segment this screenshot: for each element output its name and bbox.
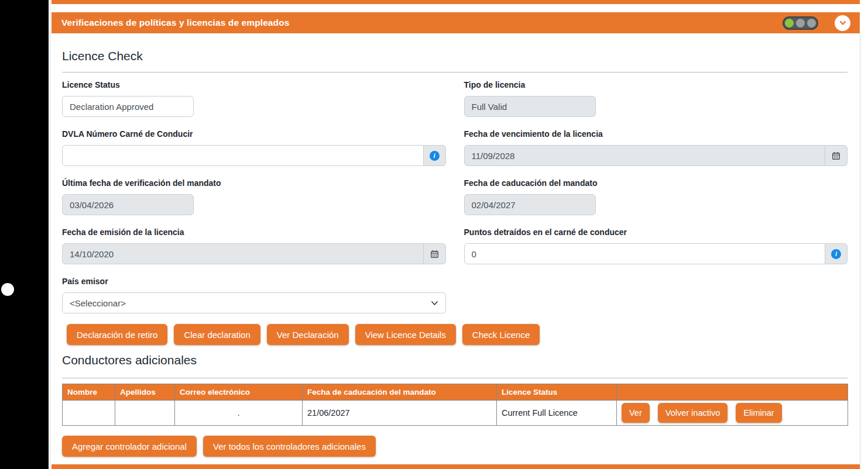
ver-button[interactable]: Ver bbox=[622, 403, 650, 423]
fecha-emision-input bbox=[62, 243, 424, 264]
traffic-light-green bbox=[785, 19, 794, 27]
licence-status-label: Licence Status bbox=[62, 80, 446, 89]
ultima-verificacion-label: Última fecha de verificación del mandato bbox=[62, 178, 446, 188]
additional-drivers-title: Conductores adicionales bbox=[62, 353, 848, 367]
cell-actions: Ver Volver inactivo Eliminar bbox=[617, 401, 848, 426]
traffic-light-indicator bbox=[783, 16, 818, 30]
dvla-info-addon[interactable]: i bbox=[424, 145, 446, 166]
field-caducacion-mandato: Fecha de caducación del mandato bbox=[464, 178, 848, 215]
caducacion-mandato-label: Fecha de caducación del mandato bbox=[464, 178, 848, 188]
licence-actions-row: Declaración de retiro Clear declaration … bbox=[67, 324, 848, 345]
main-panel: Verificaciones de políticas y licencias … bbox=[52, 0, 860, 469]
info-icon: i bbox=[831, 249, 841, 259]
agregar-controlador-button[interactable]: Agregar controlador adicional bbox=[62, 436, 197, 457]
field-pais-emisor: País emisor <Seleccionar> bbox=[62, 277, 446, 313]
eliminar-button[interactable]: Eliminar bbox=[736, 403, 781, 423]
previous-section-strip bbox=[52, 0, 860, 4]
tipo-licencia-label: Tipo de licencia bbox=[464, 80, 848, 89]
col-apellidos: Apellidos bbox=[115, 384, 175, 401]
cell-correo: . bbox=[175, 401, 303, 426]
fecha-vencimiento-label: Fecha de vencimiento de la licencia bbox=[464, 129, 848, 139]
fecha-vencimiento-calendar-addon bbox=[825, 145, 848, 166]
additional-drivers-table: Nombre Apellidos Correo electrónico Fech… bbox=[62, 384, 848, 426]
field-fecha-emision: Fecha de emisión de la licencia bbox=[62, 227, 446, 264]
dvla-numero-label: DVLA Número Carné de Conducir bbox=[62, 129, 446, 139]
ver-declaracion-button[interactable]: Ver Declaración bbox=[267, 324, 349, 345]
section-header-title: Verificaciones de políticas y licencias … bbox=[61, 18, 289, 28]
panel-right-border bbox=[860, 33, 860, 469]
col-nombre: Nombre bbox=[63, 384, 115, 401]
declaracion-retiro-button[interactable]: Declaración de retiro bbox=[67, 324, 167, 345]
fecha-emision-calendar-addon bbox=[424, 243, 446, 264]
check-licence-button[interactable]: Check Licence bbox=[462, 324, 540, 345]
puntos-info-addon[interactable]: i bbox=[825, 243, 848, 264]
traffic-light-red bbox=[807, 19, 816, 27]
field-licence-status: Licence Status bbox=[62, 80, 446, 117]
cell-nombre bbox=[63, 401, 115, 426]
col-licence-status: Licence Status bbox=[497, 384, 617, 401]
drivers-actions-row: Agregar controlador adicional Ver todos … bbox=[62, 436, 848, 457]
traffic-light-amber bbox=[796, 19, 805, 27]
table-header-row: Nombre Apellidos Correo electrónico Fech… bbox=[63, 384, 848, 401]
volver-inactivo-button[interactable]: Volver inactivo bbox=[658, 403, 728, 423]
dvla-numero-input[interactable] bbox=[62, 145, 424, 166]
field-fecha-vencimiento: Fecha de vencimiento de la licencia bbox=[464, 129, 848, 166]
field-puntos-detraidos: Puntos detraídos en el carné de conducer… bbox=[464, 227, 848, 264]
licence-check-form: Licence Status Tipo de licencia DVLA Núm… bbox=[62, 68, 848, 313]
ver-todos-controladores-button[interactable]: Ver todos los controladores adicionales bbox=[203, 436, 376, 457]
table-row: . 21/06/2027 Current Full Licence Ver Vo… bbox=[63, 401, 848, 426]
col-actions bbox=[617, 384, 848, 401]
field-ultima-verificacion: Última fecha de verificación del mandato bbox=[62, 178, 446, 215]
section-header-bar[interactable]: Verificaciones de políticas y licencias … bbox=[52, 12, 860, 33]
calendar-icon bbox=[832, 151, 840, 160]
col-correo: Correo electrónico bbox=[175, 384, 303, 401]
licence-status-input[interactable] bbox=[62, 96, 194, 117]
field-tipo-licencia: Tipo de licencia bbox=[464, 80, 848, 117]
ultima-verificacion-input bbox=[62, 194, 194, 215]
collapse-section-button[interactable] bbox=[835, 15, 850, 31]
tipo-licencia-input bbox=[464, 96, 596, 117]
licence-check-title: Licence Check bbox=[62, 49, 848, 63]
field-dvla-numero: DVLA Número Carné de Conducir i bbox=[62, 129, 446, 166]
info-icon: i bbox=[430, 151, 440, 161]
sidebar-divider bbox=[50, 0, 50, 469]
cell-apellidos bbox=[115, 401, 175, 426]
puntos-detraidos-input[interactable] bbox=[464, 243, 826, 264]
next-section-strip bbox=[52, 464, 860, 469]
fecha-emision-label: Fecha de emisión de la licencia bbox=[62, 227, 446, 237]
pais-emisor-select[interactable]: <Seleccionar> bbox=[62, 292, 446, 313]
clear-declaration-button[interactable]: Clear declaration bbox=[174, 324, 260, 345]
cell-licence-status: Current Full Licence bbox=[497, 401, 617, 426]
chevron-down-icon bbox=[839, 19, 847, 27]
puntos-detraidos-label: Puntos detraídos en el carné de conducer bbox=[464, 227, 848, 237]
cell-fecha-caducacion: 21/06/2027 bbox=[303, 401, 497, 426]
left-sidebar bbox=[0, 0, 49, 469]
view-licence-details-button[interactable]: View Licence Details bbox=[355, 324, 456, 345]
sidebar-dot-indicator bbox=[1, 283, 14, 296]
caducacion-mandato-input bbox=[464, 194, 596, 215]
col-fecha-caducacion: Fecha de caducación del mandato bbox=[303, 384, 497, 401]
fecha-vencimiento-input bbox=[464, 145, 826, 166]
divider bbox=[62, 378, 848, 378]
calendar-icon bbox=[430, 250, 439, 258]
pais-emisor-label: País emisor bbox=[62, 277, 446, 286]
